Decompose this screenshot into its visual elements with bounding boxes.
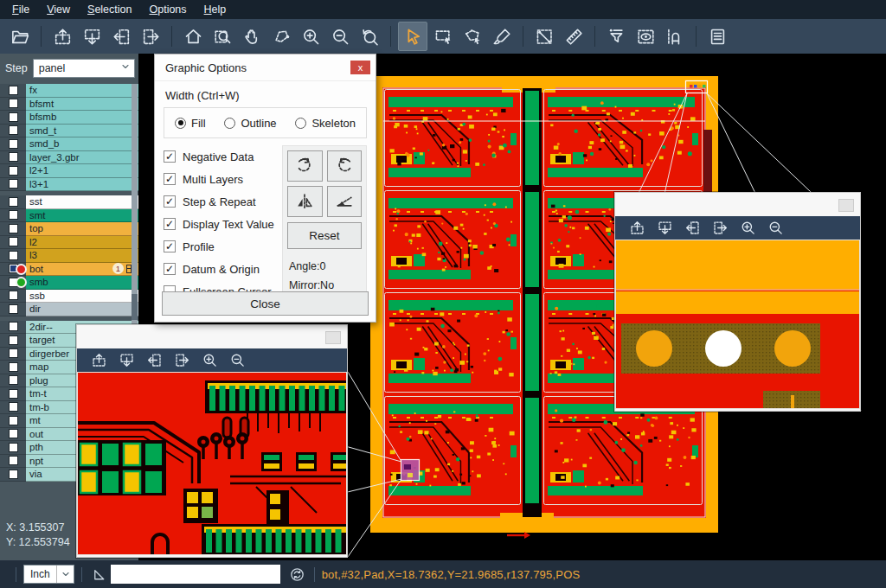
radio-outline[interactable]: Outline (224, 117, 276, 130)
select-cursor-icon[interactable] (398, 22, 427, 51)
move-left-icon[interactable] (143, 350, 165, 371)
layer-checkbox-cell[interactable] (0, 236, 26, 250)
zoom-polygon-icon[interactable] (267, 22, 295, 50)
zoom-window-titlebar[interactable] (77, 325, 347, 348)
layer-checkbox[interactable] (9, 470, 18, 479)
layer-checkbox[interactable] (9, 112, 18, 122)
layer-checkbox-cell[interactable] (0, 455, 26, 469)
checkbox-row[interactable]: ✓Display Text Value (164, 213, 282, 235)
reset-button[interactable]: Reset (287, 222, 362, 249)
layer-row[interactable]: ssb (0, 290, 138, 304)
snap-corner-icon[interactable] (91, 566, 107, 583)
layer-checkbox-cell[interactable] (0, 303, 26, 316)
close-icon[interactable]: x (350, 61, 370, 74)
layer-row[interactable]: l3+1 (0, 178, 138, 192)
snap-magnet-icon[interactable] (661, 22, 689, 50)
layer-checkbox[interactable] (9, 456, 18, 465)
layer-checkbox[interactable] (9, 125, 18, 135)
layer-name[interactable]: fx (26, 84, 138, 98)
checkbox-row[interactable]: ✓Datum & Origin (164, 258, 282, 280)
mirror-h-button[interactable] (327, 186, 363, 217)
scrollbar-thumb[interactable] (132, 294, 138, 320)
move-right-icon[interactable] (709, 218, 731, 239)
layer-name[interactable]: l3+1 (26, 178, 138, 192)
move-down-icon[interactable] (115, 350, 138, 371)
layer-checkbox[interactable] (9, 348, 18, 358)
layer-name[interactable]: bot1 (26, 263, 138, 277)
zoom-window-content[interactable] (615, 240, 860, 409)
layer-name[interactable]: l2+1 (26, 164, 138, 178)
measure-distance-icon[interactable] (530, 22, 558, 50)
layer-checkbox[interactable] (9, 291, 18, 300)
measure-ruler-icon[interactable] (560, 22, 587, 50)
layer-checkbox[interactable] (9, 152, 18, 162)
layer-checkbox[interactable] (9, 304, 18, 314)
layer-checkbox-cell[interactable] (0, 137, 26, 151)
layer-name[interactable]: smb (26, 276, 138, 290)
layer-checkbox[interactable] (9, 322, 18, 331)
layer-row[interactable]: smt (0, 209, 138, 223)
select-rect-icon[interactable] (429, 22, 457, 50)
layer-name[interactable]: smd_b (26, 137, 138, 151)
layer-checkbox[interactable] (9, 210, 18, 220)
zoom-window-titlebar[interactable] (615, 193, 860, 216)
layer-checkbox-cell[interactable] (0, 290, 26, 304)
checkbox-row[interactable]: ✓Multi Layers (164, 168, 282, 190)
layer-checkbox[interactable] (9, 139, 18, 149)
zoom-in-icon[interactable] (297, 22, 324, 50)
layer-row[interactable]: dir (0, 303, 138, 316)
layer-name[interactable]: l2 (26, 236, 138, 250)
window-button[interactable] (325, 331, 341, 344)
zoom-previous-icon[interactable] (356, 22, 383, 50)
brush-icon[interactable] (488, 22, 516, 50)
rotate-cw-button[interactable] (287, 150, 323, 182)
move-right-icon[interactable] (137, 22, 164, 50)
move-up-icon[interactable] (48, 22, 76, 50)
report-icon[interactable] (703, 22, 731, 50)
layer-row[interactable]: top (0, 222, 138, 236)
layer-checkbox-cell[interactable] (0, 111, 26, 125)
layer-checkbox-cell[interactable] (0, 249, 26, 263)
layer-checkbox[interactable] (9, 402, 18, 412)
layer-checkbox-cell[interactable] (0, 428, 26, 442)
layer-checkbox-cell[interactable] (0, 414, 26, 428)
layer-checkbox[interactable] (9, 86, 18, 95)
layer-checkbox[interactable] (9, 237, 18, 246)
layer-checkbox-cell[interactable] (0, 321, 26, 335)
layer-checkbox[interactable] (9, 375, 18, 385)
home-icon[interactable] (179, 22, 207, 50)
layer-checkbox[interactable] (9, 99, 18, 108)
menu-item-help[interactable]: Help (196, 0, 235, 19)
layer-checkbox-cell[interactable] (0, 151, 26, 165)
layer-checkbox-cell[interactable] (0, 468, 26, 482)
layer-checkbox[interactable] (9, 429, 18, 438)
layer-checkbox-cell[interactable] (0, 361, 26, 374)
layer-row[interactable]: smd_b (0, 137, 138, 151)
move-up-icon[interactable] (626, 218, 648, 239)
layer-checkbox-cell[interactable] (0, 195, 26, 209)
layer-name[interactable]: ssb (26, 290, 138, 304)
layer-checkbox-cell[interactable] (0, 222, 26, 236)
view-box-icon[interactable] (632, 22, 659, 50)
zoom-window-content[interactable] (77, 372, 347, 555)
command-input[interactable] (111, 565, 280, 584)
layer-checkbox-cell[interactable] (0, 209, 26, 223)
radio-fill[interactable]: Fill (175, 117, 206, 130)
layer-name[interactable]: smd_t (26, 125, 138, 138)
move-left-icon[interactable] (681, 218, 703, 239)
layer-name[interactable]: smt (26, 209, 138, 223)
zoom-out-icon[interactable] (764, 218, 786, 239)
menu-item-view[interactable]: View (38, 0, 79, 19)
mirror-v-button[interactable] (287, 186, 323, 217)
layer-row[interactable]: sst (0, 195, 138, 209)
move-down-icon[interactable] (78, 22, 106, 50)
move-right-icon[interactable] (170, 350, 193, 371)
move-up-icon[interactable] (87, 350, 110, 371)
layer-checkbox[interactable] (9, 166, 18, 176)
layer-name[interactable]: l3 (26, 249, 138, 263)
zoom-out-icon[interactable] (226, 350, 248, 371)
layer-checkbox[interactable] (9, 224, 18, 233)
layer-checkbox-cell[interactable] (0, 387, 26, 401)
radio-skeleton[interactable]: Skeleton (295, 117, 356, 130)
layer-name[interactable]: dir (26, 303, 138, 316)
